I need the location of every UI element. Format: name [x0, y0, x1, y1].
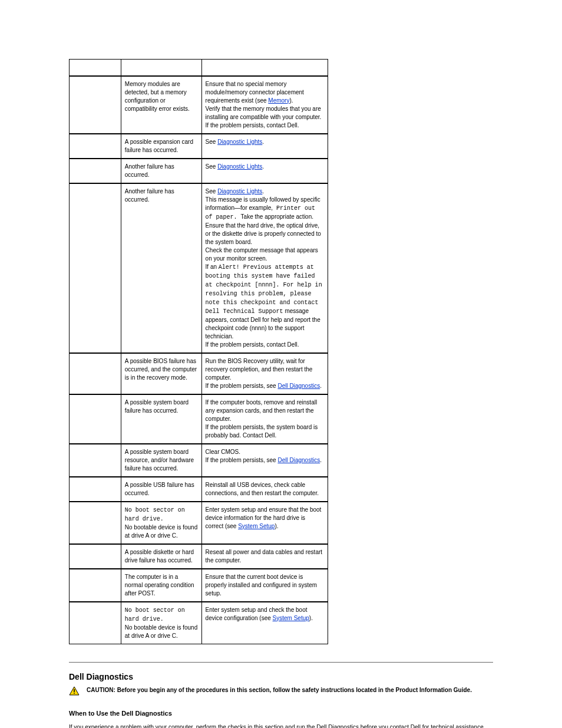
- when-to-use-heading: When to Use the Dell Diagnostics: [69, 710, 493, 717]
- table-row: Memory modules are detected, but a memor…: [70, 76, 328, 134]
- suggested-resolution: Clear CMOS. If the problem persists, see…: [201, 444, 328, 477]
- caution-label: CAUTION: Before you begin any of the pro…: [87, 687, 472, 693]
- table-row: Another failure has occurred. See Diagno…: [70, 159, 328, 183]
- problem-desc: A possible diskette or hard drive failur…: [121, 544, 201, 569]
- diagnostic-lights-link[interactable]: Diagnostic Lights: [217, 188, 262, 195]
- light-pattern: [70, 159, 121, 183]
- light-pattern: [70, 444, 121, 477]
- dell-diagnostics-link[interactable]: Dell Diagnostics: [277, 383, 320, 389]
- suggested-resolution: Ensure that no special memory module/mem…: [201, 76, 328, 134]
- light-pattern: [70, 134, 121, 159]
- dell-diagnostics-link[interactable]: Dell Diagnostics: [277, 457, 320, 463]
- light-pattern: [70, 394, 121, 444]
- light-pattern: [70, 569, 121, 602]
- system-setup-link[interactable]: System Setup: [273, 615, 309, 621]
- suggested-resolution: If the computer boots, remove and reinst…: [201, 394, 328, 444]
- problem-desc: Memory modules are detected, but a memor…: [121, 76, 201, 134]
- system-setup-link[interactable]: System Setup: [238, 523, 275, 529]
- problem-desc: A possible USB failure has occurred.: [121, 477, 201, 502]
- diagnostic-lights-link[interactable]: Diagnostic Lights: [217, 139, 262, 145]
- light-pattern: [70, 544, 121, 569]
- suggested-resolution: Run the BIOS Recovery utility, wait for …: [201, 353, 328, 394]
- svg-rect-1: [74, 689, 75, 692]
- problem-desc: A possible expansion card failure has oc…: [121, 134, 201, 159]
- suggested-resolution: See Diagnostic Lights. This message is u…: [201, 183, 328, 353]
- light-pattern: [70, 477, 121, 502]
- light-pattern: [70, 602, 121, 644]
- table-row: A possible diskette or hard drive failur…: [70, 544, 328, 569]
- suggested-resolution: Ensure that the current boot device is p…: [201, 569, 328, 602]
- problem-desc: A possible system board failure has occu…: [121, 394, 201, 444]
- suggested-resolution: See Diagnostic Lights.: [201, 159, 328, 183]
- table-row: A possible system board failure has occu…: [70, 394, 328, 444]
- table-row: The computer is in a normal operating co…: [70, 569, 328, 602]
- caution-callout: CAUTION: Before you begin any of the pro…: [69, 686, 493, 696]
- dell-diagnostics-heading: Dell Diagnostics: [69, 662, 493, 681]
- when-body-1: If you experience a problem with your co…: [69, 723, 493, 729]
- suggested-resolution: Enter system setup and ensure that the b…: [201, 502, 328, 544]
- problem-desc: Another failure has occurred.: [121, 159, 201, 183]
- problem-desc: The computer is in a normal operating co…: [121, 569, 201, 602]
- table-row: No boot sector on hard drive. No bootabl…: [70, 502, 328, 544]
- problem-desc: A possible system board resource, and/or…: [121, 444, 201, 477]
- svg-rect-2: [74, 693, 75, 694]
- suggested-resolution: See Diagnostic Lights.: [201, 134, 328, 159]
- light-pattern: [70, 183, 121, 353]
- table-row: A possible expansion card failure has oc…: [70, 134, 328, 159]
- table-row: No boot sector on hard drive. No bootabl…: [70, 602, 328, 644]
- problem-desc: No boot sector on hard drive. No bootabl…: [121, 502, 201, 544]
- diagnostic-lights-table: Memory modules are detected, but a memor…: [69, 59, 328, 644]
- memory-link[interactable]: Memory: [268, 97, 289, 104]
- table-row: Another failure has occurred. See Diagno…: [70, 183, 328, 353]
- caution-icon: [69, 686, 82, 696]
- table-row: A possible USB failure has occurred. Rei…: [70, 477, 328, 502]
- diagnostic-lights-link[interactable]: Diagnostic Lights: [217, 163, 262, 170]
- table-row: A possible BIOS failure has occurred, an…: [70, 353, 328, 394]
- table-row: A possible system board resource, and/or…: [70, 444, 328, 477]
- light-pattern: [70, 353, 121, 394]
- problem-desc: A possible BIOS failure has occurred, an…: [121, 353, 201, 394]
- light-pattern: [70, 502, 121, 544]
- problem-desc: No boot sector on hard drive. No bootabl…: [121, 602, 201, 644]
- suggested-resolution: Enter system setup and check the boot de…: [201, 602, 328, 644]
- table-row: [70, 60, 328, 76]
- problem-desc: Another failure has occurred.: [121, 183, 201, 353]
- suggested-resolution: Reinstall all USB devices, check cable c…: [201, 477, 328, 502]
- light-pattern: [70, 76, 121, 134]
- suggested-resolution: Reseat all power and data cables and res…: [201, 544, 328, 569]
